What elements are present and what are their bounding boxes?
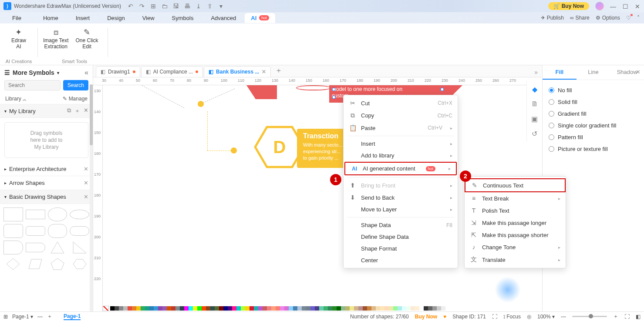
cm-add-to-library[interactable]: Add to library▸ <box>344 150 458 161</box>
cm-continuous-text[interactable]: ✎Continuous Text <box>465 178 566 192</box>
sidebar-scrollbar-thumb[interactable] <box>90 84 93 145</box>
present-tool-icon[interactable]: ▣ <box>530 114 539 124</box>
color-swatch[interactable] <box>263 306 267 311</box>
color-swatch[interactable] <box>358 306 363 311</box>
buy-now-button[interactable]: 🛒 Buy Now <box>548 2 589 10</box>
open-icon[interactable]: 🗀 <box>161 3 168 10</box>
cm-change-tone[interactable]: ♪Change Tone▸ <box>465 241 566 253</box>
color-swatch[interactable] <box>210 306 215 311</box>
shape-rectangle[interactable] <box>26 210 45 219</box>
color-swatch[interactable] <box>432 306 437 311</box>
active-page-tab[interactable]: Page-1 <box>64 313 81 320</box>
radio-picture-fill[interactable]: Picture or texture fill <box>549 143 638 155</box>
menu-view[interactable]: View <box>134 13 163 23</box>
color-swatch[interactable] <box>110 306 115 311</box>
color-swatch[interactable] <box>171 306 175 311</box>
publish-button[interactable]: ✈ Publish <box>541 15 564 21</box>
focus-button[interactable]: ⟟ Focus <box>503 314 521 320</box>
share-icon[interactable]: ⇪ <box>206 3 213 10</box>
edraw-ai-button[interactable]: ✦ Edraw AI <box>8 26 30 51</box>
color-swatch[interactable] <box>267 306 271 311</box>
redo-icon[interactable]: ↷ <box>138 3 145 10</box>
color-swatch[interactable] <box>354 306 358 311</box>
color-swatch[interactable] <box>428 306 432 311</box>
color-swatch[interactable] <box>398 306 402 311</box>
radio-single-gradient[interactable]: Single color gradient fill <box>549 120 638 131</box>
color-swatch[interactable] <box>245 306 250 311</box>
color-swatch[interactable] <box>271 306 276 311</box>
cm-paste[interactable]: 📋PasteCtrl+V▸ <box>344 122 458 134</box>
manage-link[interactable]: ✎ Manage <box>63 96 88 102</box>
color-swatch[interactable] <box>341 306 345 311</box>
color-swatch[interactable] <box>289 306 293 311</box>
color-swatch[interactable] <box>241 306 245 311</box>
shape-triangle[interactable] <box>48 241 67 254</box>
color-swatch[interactable] <box>228 306 232 311</box>
shape-rounded-rect[interactable] <box>26 226 45 236</box>
cm-ai-generated-content[interactable]: AIAI generated contenthot▸ <box>344 162 457 175</box>
color-swatch[interactable] <box>332 306 337 311</box>
new-tab-button[interactable]: ＋ <box>272 65 286 77</box>
color-swatch[interactable] <box>415 306 419 311</box>
color-swatch[interactable] <box>284 306 289 311</box>
zoom-level[interactable]: 100% ▾ <box>537 314 555 320</box>
no-color-swatch[interactable] <box>103 306 109 311</box>
close-panel-icon[interactable]: ✕ <box>636 69 641 75</box>
color-swatch[interactable] <box>306 306 310 311</box>
color-swatch[interactable] <box>276 306 280 311</box>
minimize-button[interactable]: — <box>610 3 616 9</box>
status-buy-now[interactable]: Buy Now <box>415 314 437 320</box>
page-selector[interactable]: Page-1 ▾ <box>12 314 33 320</box>
shape-circle[interactable] <box>48 207 67 221</box>
color-swatch[interactable] <box>128 306 132 311</box>
menu-home[interactable]: Home <box>34 13 67 23</box>
menu-symbols[interactable]: Symbols <box>163 13 202 23</box>
color-swatch[interactable] <box>328 306 332 311</box>
cm-shape-format[interactable]: Shape Format <box>344 243 458 254</box>
color-swatch[interactable] <box>280 306 284 311</box>
cm-shape-data[interactable]: Shape DataF8 <box>344 219 458 231</box>
shape-square[interactable] <box>3 207 23 221</box>
cm-center[interactable]: Center <box>344 254 458 266</box>
cm-text-break[interactable]: ≡Text Break▸ <box>465 192 566 204</box>
search-button[interactable]: Search <box>63 80 88 90</box>
shape-capsule[interactable] <box>48 224 67 238</box>
color-swatch[interactable] <box>115 306 119 311</box>
export-icon[interactable]: ⤓ <box>195 3 202 10</box>
shape-tag[interactable] <box>3 241 23 254</box>
color-swatch[interactable] <box>119 306 123 311</box>
color-swatch[interactable] <box>193 306 197 311</box>
color-swatch[interactable] <box>223 306 228 311</box>
text-tool-icon[interactable]: 🗎 <box>530 99 539 109</box>
maximize-button[interactable]: ☐ <box>622 3 628 9</box>
next-page-icon[interactable]: ＋ <box>47 313 52 320</box>
color-swatch[interactable] <box>393 306 398 311</box>
duplicate-icon[interactable]: ⧉ <box>67 107 71 115</box>
color-swatch[interactable] <box>302 306 306 311</box>
shape-parallelogram[interactable] <box>26 257 45 271</box>
color-swatch[interactable] <box>158 306 162 311</box>
shape-rounded-square[interactable] <box>3 224 23 238</box>
zoom-slider[interactable] <box>572 316 607 317</box>
menu-advanced[interactable]: Advanced <box>202 13 245 23</box>
cm-make-longer[interactable]: ⇲Make this passage longer <box>465 217 566 229</box>
color-swatch[interactable] <box>337 306 341 311</box>
radio-solid-fill[interactable]: Solid fill <box>549 96 638 108</box>
fill-tool-icon[interactable]: ◆ <box>530 84 539 94</box>
tab-fill[interactable]: Fill <box>543 65 577 80</box>
cm-copy[interactable]: ⧉CopyCtrl+C <box>344 109 458 122</box>
cm-send-to-back[interactable]: ⬇Send to Back▸ <box>344 191 458 204</box>
color-swatch[interactable] <box>141 306 145 311</box>
cm-define-shape-data[interactable]: Define Shape Data <box>344 231 458 243</box>
close-icon[interactable]: ✕ <box>84 166 88 172</box>
color-swatch[interactable] <box>258 306 263 311</box>
color-swatch[interactable] <box>145 306 149 311</box>
color-swatch[interactable] <box>293 306 297 311</box>
color-swatch[interactable] <box>406 306 411 311</box>
expand-side-icon[interactable]: » <box>534 69 538 76</box>
color-swatch[interactable] <box>202 306 206 311</box>
prev-page-icon[interactable]: — <box>37 314 43 320</box>
target-icon[interactable]: ◎ <box>527 314 531 320</box>
fullscreen-icon[interactable]: ⛶ <box>624 314 630 320</box>
shape-tag-wide[interactable] <box>26 243 45 252</box>
